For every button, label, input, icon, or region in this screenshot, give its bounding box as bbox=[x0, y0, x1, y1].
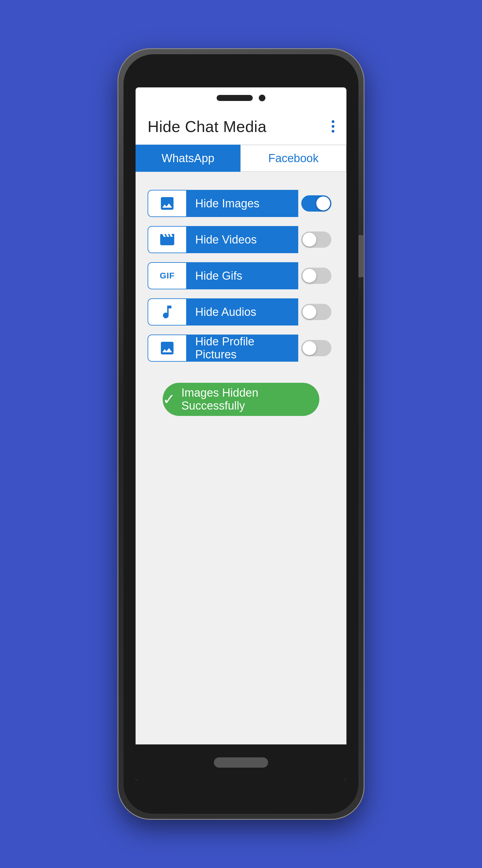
toggle-row-images: Hide Images bbox=[148, 190, 334, 217]
app-title: Hide Chat Media bbox=[148, 118, 267, 135]
phone-inner: Hide Chat Media WhatsApp Facebook bbox=[124, 54, 358, 814]
audio-icon bbox=[159, 304, 175, 320]
toggle-row-videos: Hide Videos bbox=[148, 226, 334, 253]
toggle-row-gifs: GIF Hide Gifs bbox=[148, 262, 334, 289]
success-label: Images Hidden Successfully bbox=[181, 386, 319, 412]
camera-dot bbox=[259, 95, 265, 101]
icon-box-profile bbox=[148, 335, 187, 362]
tab-facebook[interactable]: Facebook bbox=[240, 145, 347, 172]
toggle-row-audios: Hide Audios bbox=[148, 299, 334, 326]
switch-off-videos[interactable] bbox=[301, 231, 331, 248]
video-icon bbox=[159, 231, 175, 248]
toggle-switch-videos[interactable] bbox=[298, 226, 334, 253]
more-dot-3 bbox=[332, 130, 334, 133]
icon-box-videos bbox=[148, 226, 187, 253]
check-icon: ✓ bbox=[163, 391, 175, 408]
gif-icon: GIF bbox=[160, 271, 175, 281]
icon-box-images bbox=[148, 190, 187, 217]
app-bar: Hide Chat Media bbox=[135, 108, 347, 145]
label-hide-videos: Hide Videos bbox=[187, 226, 298, 253]
image-icon bbox=[159, 195, 175, 212]
switch-off-gifs[interactable] bbox=[301, 268, 331, 284]
label-hide-images: Hide Images bbox=[187, 190, 298, 217]
label-hide-profile: Hide Profile Pictures bbox=[187, 335, 298, 362]
speaker bbox=[217, 95, 253, 101]
toggle-switch-gifs[interactable] bbox=[298, 262, 334, 289]
home-bar[interactable] bbox=[214, 757, 268, 768]
screen: Hide Chat Media WhatsApp Facebook bbox=[135, 87, 347, 781]
home-bar-area bbox=[135, 744, 347, 781]
toggle-switch-images[interactable] bbox=[298, 190, 334, 217]
icon-box-audios bbox=[148, 299, 187, 326]
tabs-container: WhatsApp Facebook bbox=[135, 145, 347, 172]
tab-whatsapp[interactable]: WhatsApp bbox=[135, 145, 240, 172]
toggle-row-profile: Hide Profile Pictures bbox=[148, 335, 334, 362]
phone-device: Hide Chat Media WhatsApp Facebook bbox=[118, 48, 364, 820]
switch-on-images[interactable] bbox=[301, 195, 331, 212]
icon-box-gifs: GIF bbox=[148, 262, 187, 289]
success-button[interactable]: ✓ Images Hidden Successfully bbox=[163, 383, 319, 416]
more-options-button[interactable] bbox=[332, 120, 334, 133]
more-dot-2 bbox=[332, 125, 334, 128]
label-hide-gifs: Hide Gifs bbox=[187, 262, 298, 289]
more-dot-1 bbox=[332, 120, 334, 123]
profile-icon bbox=[159, 340, 175, 356]
label-hide-audios: Hide Audios bbox=[187, 299, 298, 326]
toggle-switch-audios[interactable] bbox=[298, 299, 334, 326]
content-area: Hide Images Hide Videos bbox=[135, 172, 347, 744]
switch-off-profile[interactable] bbox=[301, 340, 331, 356]
toggle-switch-profile[interactable] bbox=[298, 335, 334, 362]
notch-bar bbox=[135, 87, 347, 108]
switch-off-audios[interactable] bbox=[301, 304, 331, 320]
